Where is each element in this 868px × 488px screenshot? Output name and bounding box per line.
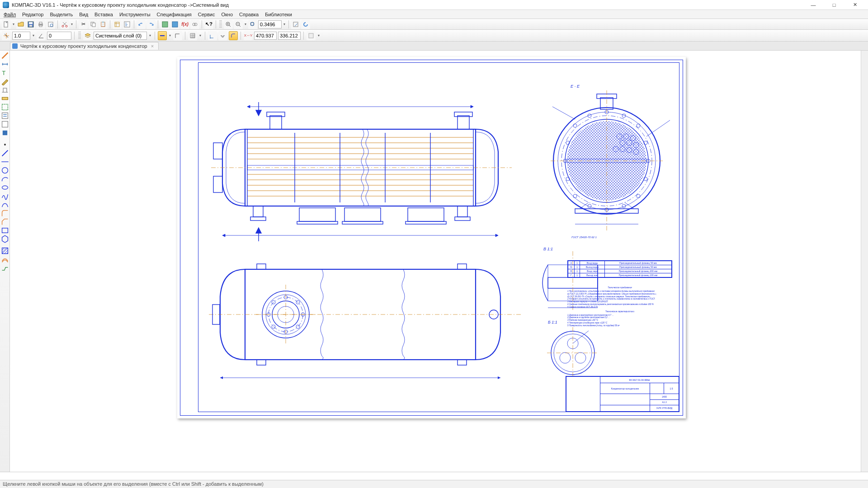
menu-tools[interactable]: Инструменты: [119, 12, 151, 17]
zoom-out-button[interactable]: [234, 20, 243, 29]
svg-rect-6: [39, 25, 42, 27]
polygon-icon[interactable]: [1, 235, 9, 243]
svg-rect-65: [342, 221, 383, 224]
step-cursor-icon[interactable]: [2, 31, 11, 40]
equidistant-icon[interactable]: [1, 255, 9, 263]
svg-rect-34: [2, 228, 8, 233]
local-cs-button[interactable]: [208, 31, 217, 40]
round-button[interactable]: [229, 31, 238, 40]
menu-insert[interactable]: Вставка: [94, 12, 113, 17]
ellipse-icon[interactable]: [1, 183, 9, 192]
angle-icon[interactable]: [37, 31, 46, 40]
print-preview-button[interactable]: [46, 20, 55, 29]
svg-rect-111: [458, 360, 467, 365]
linestyle-button[interactable]: [158, 31, 167, 40]
menu-window[interactable]: Окно: [221, 12, 233, 17]
svg-point-134: [560, 352, 571, 363]
properties-button[interactable]: [113, 20, 122, 29]
step-input[interactable]: [12, 32, 30, 40]
measure-panel-icon[interactable]: [1, 94, 9, 103]
svg-point-93: [637, 124, 640, 127]
menu-libs[interactable]: Библиотеки: [265, 12, 292, 17]
current-state-toolbar: ▾ ▾ ▾ ▾ X↔Y ▾: [0, 30, 868, 42]
libs-button[interactable]: [170, 20, 179, 29]
save-button[interactable]: [26, 20, 35, 29]
svg-rect-110: [458, 264, 467, 269]
hline-icon[interactable]: [1, 158, 9, 166]
cut-button[interactable]: [60, 20, 69, 29]
canvas[interactable]: Е - Е В 1:1 Б 1:1 ГОСТ 15420-70 62 1 А1В…: [10, 51, 861, 472]
svg-rect-64: [344, 208, 381, 221]
geometry-panel-icon[interactable]: [1, 52, 9, 60]
menu-edit[interactable]: Редактор: [22, 12, 43, 17]
select-panel-icon[interactable]: [1, 103, 9, 111]
param-panel-icon[interactable]: [1, 86, 9, 94]
redo-button[interactable]: [146, 20, 156, 29]
fillet-icon[interactable]: [1, 209, 9, 217]
refresh-button[interactable]: [301, 20, 310, 29]
bezier-icon[interactable]: [1, 201, 9, 209]
standard-toolbar: ▾ ▾ ✂ 📋 f(x) ↖? ▾ ▾: [0, 19, 868, 30]
layer-icon[interactable]: [83, 31, 92, 40]
contour-icon[interactable]: [1, 264, 9, 272]
paste-button[interactable]: 📋: [99, 20, 108, 29]
regenerate-button[interactable]: [291, 20, 300, 29]
ortho-button[interactable]: [218, 31, 227, 40]
copy-button[interactable]: [89, 20, 98, 29]
ortho-mode-button[interactable]: [173, 31, 182, 40]
menu-service[interactable]: Сервис: [198, 12, 215, 17]
menu-select[interactable]: Выделить: [50, 12, 73, 17]
command-input[interactable]: [0, 472, 868, 480]
layer-select[interactable]: [94, 32, 147, 40]
angle-input[interactable]: [47, 32, 71, 40]
spline-icon[interactable]: [1, 192, 9, 200]
doc-close-button[interactable]: ×: [151, 43, 156, 49]
menu-spec[interactable]: Спецификация: [157, 12, 192, 17]
manager-button[interactable]: [160, 20, 170, 29]
color-button[interactable]: [307, 31, 316, 40]
cut2-button[interactable]: ✂: [79, 20, 88, 29]
svg-rect-29: [2, 122, 8, 127]
svg-rect-67: [406, 221, 446, 224]
line-icon[interactable]: [1, 149, 9, 157]
svg-rect-56: [458, 116, 469, 129]
svg-rect-108: [257, 264, 266, 269]
hatch-icon[interactable]: [1, 247, 9, 255]
point-icon[interactable]: [1, 141, 9, 149]
maximize-button[interactable]: □: [824, 0, 844, 9]
open-button[interactable]: [16, 20, 25, 29]
notations-panel-icon[interactable]: T: [1, 69, 9, 77]
grid-button[interactable]: [188, 31, 197, 40]
vertical-scrollbar[interactable]: [861, 51, 868, 472]
arc-icon[interactable]: [1, 175, 9, 183]
svg-rect-23: [293, 22, 298, 27]
spec-panel-icon[interactable]: [1, 112, 9, 120]
zoom-in-button[interactable]: [224, 20, 233, 29]
reports-panel-icon[interactable]: [1, 120, 9, 128]
vars-button[interactable]: [190, 20, 199, 29]
tree-button[interactable]: [123, 20, 132, 29]
undo-button[interactable]: [137, 20, 146, 29]
edit-panel-icon[interactable]: [1, 77, 9, 85]
insert-panel-icon[interactable]: [1, 129, 9, 137]
svg-rect-26: [2, 97, 8, 99]
workarea: T: [0, 51, 868, 472]
fx-button[interactable]: f(x): [180, 20, 189, 29]
close-button[interactable]: ✕: [844, 0, 865, 9]
help-arrow-button[interactable]: ↖?: [204, 20, 213, 29]
print-button[interactable]: [36, 20, 45, 29]
document-tab[interactable]: Чертёж к курсовому проекту холодильник к…: [10, 42, 159, 50]
menu-file[interactable]: Файл: [4, 12, 16, 17]
window-title: КОМПАС-3D V16.1 - Чертёж к курсовому про…: [12, 2, 803, 8]
zoom-input[interactable]: [258, 20, 282, 28]
svg-rect-13: [115, 22, 119, 27]
zoom-fit-button[interactable]: [248, 20, 257, 29]
dimensions-panel-icon[interactable]: [1, 60, 9, 68]
minimize-button[interactable]: —: [803, 0, 824, 9]
menu-help[interactable]: Справка: [239, 12, 259, 17]
menu-view[interactable]: Вид: [79, 12, 88, 17]
chamfer-icon[interactable]: [1, 218, 9, 226]
circle-icon[interactable]: [1, 166, 9, 174]
new-button[interactable]: [2, 20, 11, 29]
rect-icon[interactable]: [1, 226, 9, 235]
